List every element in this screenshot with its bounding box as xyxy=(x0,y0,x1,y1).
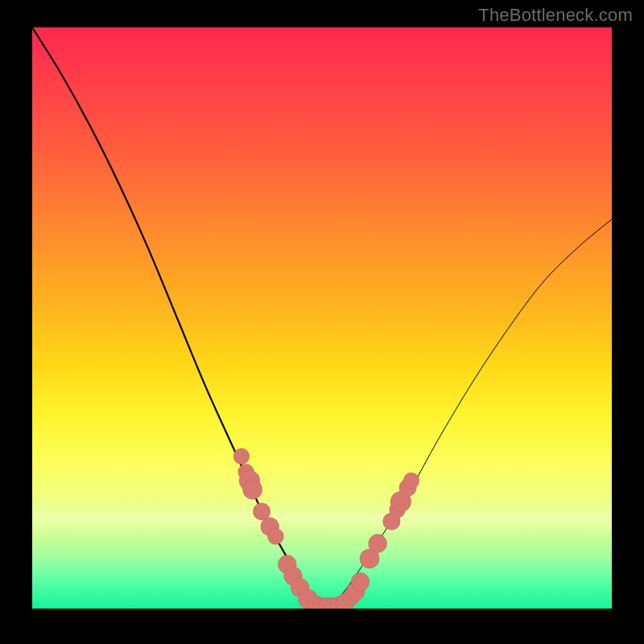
data-marker xyxy=(403,473,419,489)
watermark-text: TheBottleneck.com xyxy=(478,5,633,26)
data-marker xyxy=(369,535,387,553)
chart-stage: TheBottleneck.com xyxy=(0,0,644,644)
data-marker xyxy=(233,448,250,464)
data-marker xyxy=(242,480,262,499)
data-marker xyxy=(267,528,283,544)
marker-group xyxy=(233,448,419,609)
left-curve xyxy=(32,27,322,609)
data-marker xyxy=(351,572,369,591)
curve-layer xyxy=(32,27,612,609)
